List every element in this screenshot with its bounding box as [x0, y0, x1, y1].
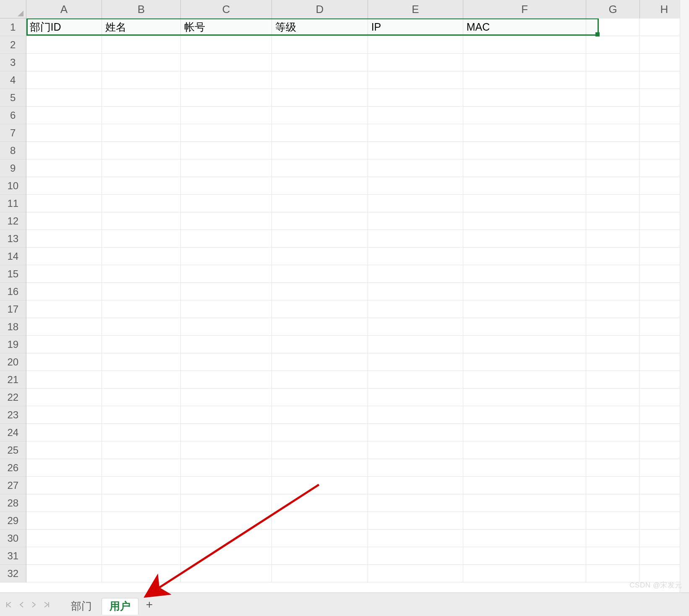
- cell-G7[interactable]: [586, 124, 639, 142]
- cell-E4[interactable]: [368, 71, 463, 89]
- row-header-2[interactable]: 2: [0, 36, 26, 54]
- cell-C26[interactable]: [181, 459, 272, 477]
- cell-G21[interactable]: [586, 371, 639, 389]
- row-header-3[interactable]: 3: [0, 54, 26, 71]
- cell-F16[interactable]: [463, 283, 586, 300]
- row-header-1[interactable]: 1: [0, 18, 26, 36]
- cell-F19[interactable]: [463, 336, 586, 353]
- cell-D1[interactable]: 等级: [272, 18, 368, 36]
- cell-C13[interactable]: [181, 230, 272, 248]
- cell-C19[interactable]: [181, 336, 272, 353]
- cell-D4[interactable]: [272, 71, 368, 89]
- nav-prev-button[interactable]: [16, 597, 27, 612]
- cell-G6[interactable]: [586, 107, 639, 124]
- cell-D3[interactable]: [272, 54, 368, 71]
- cell-E14[interactable]: [368, 248, 463, 265]
- cell-C32[interactable]: [181, 565, 272, 582]
- cell-E20[interactable]: [368, 353, 463, 371]
- cell-F26[interactable]: [463, 459, 586, 477]
- cell-E18[interactable]: [368, 318, 463, 336]
- cell-F22[interactable]: [463, 389, 586, 406]
- row-header-25[interactable]: 25: [0, 441, 26, 459]
- cell-D5[interactable]: [272, 89, 368, 107]
- cell-D30[interactable]: [272, 530, 368, 547]
- row-header-21[interactable]: 21: [0, 371, 26, 389]
- cell-E2[interactable]: [368, 36, 463, 54]
- cell-F5[interactable]: [463, 89, 586, 107]
- sheet-tab-dept[interactable]: 部门: [63, 598, 100, 615]
- row-header-10[interactable]: 10: [0, 177, 26, 195]
- cell-F6[interactable]: [463, 107, 586, 124]
- cell-A12[interactable]: [26, 212, 102, 230]
- cell-C24[interactable]: [181, 424, 272, 441]
- cell-B15[interactable]: [102, 265, 181, 283]
- column-header-B[interactable]: B: [102, 0, 181, 18]
- cell-B1[interactable]: 姓名: [102, 18, 181, 36]
- cell-A19[interactable]: [26, 336, 102, 353]
- row-header-13[interactable]: 13: [0, 230, 26, 248]
- cell-A2[interactable]: [26, 36, 102, 54]
- cell-F17[interactable]: [463, 300, 586, 318]
- row-header-22[interactable]: 22: [0, 389, 26, 406]
- cell-G5[interactable]: [586, 89, 639, 107]
- cell-C6[interactable]: [181, 107, 272, 124]
- cell-A31[interactable]: [26, 547, 102, 565]
- cell-F4[interactable]: [463, 71, 586, 89]
- cell-A13[interactable]: [26, 230, 102, 248]
- row-header-28[interactable]: 28: [0, 494, 26, 512]
- cell-C4[interactable]: [181, 71, 272, 89]
- cell-C20[interactable]: [181, 353, 272, 371]
- cell-D28[interactable]: [272, 494, 368, 512]
- cell-D31[interactable]: [272, 547, 368, 565]
- cell-F3[interactable]: [463, 54, 586, 71]
- cell-C31[interactable]: [181, 547, 272, 565]
- cell-A17[interactable]: [26, 300, 102, 318]
- cell-B18[interactable]: [102, 318, 181, 336]
- column-header-D[interactable]: D: [272, 0, 368, 18]
- cell-B3[interactable]: [102, 54, 181, 71]
- cell-F21[interactable]: [463, 371, 586, 389]
- cell-E30[interactable]: [368, 530, 463, 547]
- cell-E21[interactable]: [368, 371, 463, 389]
- cell-A9[interactable]: [26, 159, 102, 177]
- cell-G22[interactable]: [586, 389, 639, 406]
- cell-G32[interactable]: [586, 565, 639, 582]
- cell-D11[interactable]: [272, 195, 368, 212]
- cell-C14[interactable]: [181, 248, 272, 265]
- cell-D8[interactable]: [272, 142, 368, 159]
- row-header-4[interactable]: 4: [0, 71, 26, 89]
- nav-first-button[interactable]: [3, 597, 14, 612]
- cell-B16[interactable]: [102, 283, 181, 300]
- cell-A14[interactable]: [26, 248, 102, 265]
- cell-F9[interactable]: [463, 159, 586, 177]
- cell-F18[interactable]: [463, 318, 586, 336]
- cell-B7[interactable]: [102, 124, 181, 142]
- cell-D12[interactable]: [272, 212, 368, 230]
- cell-E22[interactable]: [368, 389, 463, 406]
- cell-E16[interactable]: [368, 283, 463, 300]
- cell-B13[interactable]: [102, 230, 181, 248]
- cell-G13[interactable]: [586, 230, 639, 248]
- cell-B17[interactable]: [102, 300, 181, 318]
- cell-B19[interactable]: [102, 336, 181, 353]
- select-all-corner[interactable]: [0, 0, 26, 18]
- cell-E9[interactable]: [368, 159, 463, 177]
- cell-D2[interactable]: [272, 36, 368, 54]
- cell-G9[interactable]: [586, 159, 639, 177]
- cell-C30[interactable]: [181, 530, 272, 547]
- cell-B4[interactable]: [102, 71, 181, 89]
- cell-G1[interactable]: [586, 18, 639, 36]
- cell-B6[interactable]: [102, 107, 181, 124]
- cell-B29[interactable]: [102, 512, 181, 530]
- cell-G24[interactable]: [586, 424, 639, 441]
- cell-F7[interactable]: [463, 124, 586, 142]
- cell-G14[interactable]: [586, 248, 639, 265]
- cell-A16[interactable]: [26, 283, 102, 300]
- cell-G26[interactable]: [586, 459, 639, 477]
- cell-D26[interactable]: [272, 459, 368, 477]
- cell-G29[interactable]: [586, 512, 639, 530]
- cell-A24[interactable]: [26, 424, 102, 441]
- column-header-A[interactable]: A: [26, 0, 102, 18]
- cell-B21[interactable]: [102, 371, 181, 389]
- cell-E13[interactable]: [368, 230, 463, 248]
